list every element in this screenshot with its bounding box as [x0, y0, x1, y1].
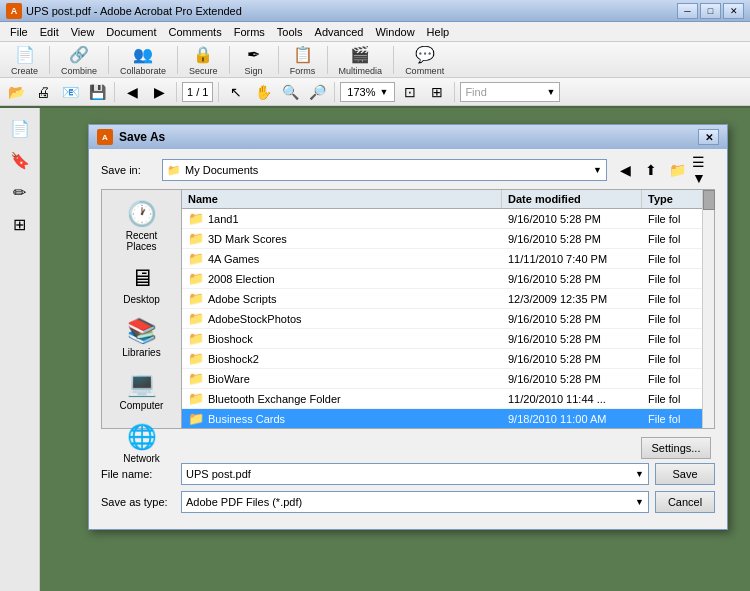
file-cell-date: 9/16/2010 5:28 PM — [502, 271, 642, 287]
menu-document[interactable]: Document — [100, 24, 162, 40]
maximize-button[interactable]: □ — [700, 3, 721, 19]
file-row[interactable]: 📁3D Mark Scores 9/16/2010 5:28 PM File f… — [182, 229, 702, 249]
select-tool[interactable]: ↖ — [224, 81, 248, 103]
go-up-button[interactable]: ⬆ — [639, 159, 663, 181]
file-row[interactable]: 📁2008 Election 9/16/2010 5:28 PM File fo… — [182, 269, 702, 289]
back-button[interactable]: ◀ — [120, 81, 144, 103]
file-cell-type: File fol — [642, 371, 702, 387]
menu-edit[interactable]: Edit — [34, 24, 65, 40]
settings-button[interactable]: Settings... — [641, 437, 711, 459]
folder-icon: 📁 — [188, 211, 204, 226]
email-button[interactable]: 📧 — [58, 81, 82, 103]
filename-input[interactable]: UPS post.pdf ▼ — [181, 463, 649, 485]
secure-button[interactable]: 🔒 Secure — [182, 41, 225, 79]
file-cell-date: 9/16/2010 5:28 PM — [502, 311, 642, 327]
file-row[interactable]: 📁1and1 9/16/2010 5:28 PM File fol — [182, 209, 702, 229]
file-cell-name: 📁Bioshock — [182, 329, 502, 348]
view-button[interactable]: ☰ ▼ — [691, 159, 715, 181]
panel-signatures-button[interactable]: ✏ — [6, 178, 34, 206]
minimize-button[interactable]: ─ — [677, 3, 698, 19]
menu-file[interactable]: File — [4, 24, 34, 40]
folder-icon: 📁 — [188, 331, 204, 346]
go-back-button[interactable]: ◀ — [613, 159, 637, 181]
file-row[interactable]: 📁Adobe Scripts 12/3/2009 12:35 PM File f… — [182, 289, 702, 309]
place-computer-label: Computer — [120, 400, 164, 411]
menu-forms[interactable]: Forms — [228, 24, 271, 40]
zoom-out-button[interactable]: 🔎 — [305, 81, 329, 103]
fit-width-button[interactable]: ⊞ — [425, 81, 449, 103]
new-folder-button[interactable]: 📁 — [665, 159, 689, 181]
file-row[interactable]: 📁Bioshock 9/16/2010 5:28 PM File fol — [182, 329, 702, 349]
zoom-level[interactable]: 173% ▼ — [340, 82, 395, 102]
panel-bookmarks-button[interactable]: 🔖 — [6, 146, 34, 174]
panel-pages-button[interactable]: 📄 — [6, 114, 34, 142]
panel-layers-button[interactable]: ⊞ — [6, 210, 34, 238]
toolbar2-sep-4 — [334, 82, 335, 102]
sign-button[interactable]: ✒ Sign — [234, 41, 274, 79]
close-window-button[interactable]: ✕ — [723, 3, 744, 19]
save-button[interactable]: Save — [655, 463, 715, 485]
save-in-dropdown[interactable]: 📁 My Documents ▼ — [162, 159, 607, 181]
place-desktop-label: Desktop — [123, 294, 160, 305]
file-cell-type: File fol — [642, 391, 702, 407]
scrollbar-thumb[interactable] — [703, 190, 715, 210]
file-row[interactable]: 📁Bluetooth Exchange Folder 11/20/2010 11… — [182, 389, 702, 409]
save-button[interactable]: 💾 — [85, 81, 109, 103]
folder-icon: 📁 — [188, 391, 204, 406]
file-row[interactable]: 📁4A Games 11/11/2010 7:40 PM File fol — [182, 249, 702, 269]
current-page[interactable]: 1 — [187, 86, 193, 98]
open-button[interactable]: 📂 — [4, 81, 28, 103]
file-row-selected[interactable]: 📁Business Cards 9/18/2010 11:00 AM File … — [182, 409, 702, 428]
folder-icon: 📁 — [188, 371, 204, 386]
menu-help[interactable]: Help — [421, 24, 456, 40]
column-name[interactable]: Name — [182, 190, 502, 208]
menu-tools[interactable]: Tools — [271, 24, 309, 40]
title-bar: A UPS post.pdf - Adobe Acrobat Pro Exten… — [0, 0, 750, 22]
place-computer[interactable]: 💻 Computer — [106, 366, 178, 415]
file-cell-date: 12/3/2009 12:35 PM — [502, 291, 642, 307]
file-row[interactable]: 📁Bioshock2 9/16/2010 5:28 PM File fol — [182, 349, 702, 369]
forms-button[interactable]: 📋 Forms — [283, 41, 323, 79]
column-date[interactable]: Date modified — [502, 190, 642, 208]
zoom-dropdown-icon: ▼ — [379, 87, 388, 97]
file-row[interactable]: 📁AdobeStockPhotos 9/16/2010 5:28 PM File… — [182, 309, 702, 329]
hand-tool[interactable]: ✋ — [251, 81, 275, 103]
create-button[interactable]: 📄 Create — [4, 41, 45, 79]
place-desktop[interactable]: 🖥 Desktop — [106, 260, 178, 309]
computer-icon: 💻 — [127, 370, 157, 398]
file-list-container: Name Date modified Type 📁1and1 9/16/2010… — [182, 190, 702, 428]
combine-button[interactable]: 🔗 Combine — [54, 41, 104, 79]
file-row[interactable]: 📁BioWare 9/16/2010 5:28 PM File fol — [182, 369, 702, 389]
zoom-in-button[interactable]: 🔍 — [278, 81, 302, 103]
place-libraries[interactable]: 📚 Libraries — [106, 313, 178, 362]
folder-icon: 📁 — [188, 311, 204, 326]
menu-window[interactable]: Window — [369, 24, 420, 40]
forward-button[interactable]: ▶ — [147, 81, 171, 103]
print-button[interactable]: 🖨 — [31, 81, 55, 103]
forms-icon: 📋 — [292, 44, 314, 66]
column-type[interactable]: Type — [642, 190, 702, 208]
fit-page-button[interactable]: ⊡ — [398, 81, 422, 103]
multimedia-button[interactable]: 🎬 Multimedia — [332, 41, 390, 79]
menu-view[interactable]: View — [65, 24, 101, 40]
menu-comments[interactable]: Comments — [163, 24, 228, 40]
toolbar-separator-3 — [177, 46, 178, 74]
place-network[interactable]: 🌐 Network — [106, 419, 178, 468]
dialog-close-button[interactable]: ✕ — [698, 129, 719, 145]
file-cell-name: 📁2008 Election — [182, 269, 502, 288]
app-icon: A — [6, 3, 22, 19]
find-input-box[interactable]: Find ▼ — [460, 82, 560, 102]
collaborate-button[interactable]: 👥 Collaborate — [113, 41, 173, 79]
cancel-button[interactable]: Cancel — [655, 491, 715, 513]
comment-button[interactable]: 💬 Comment — [398, 41, 451, 79]
scrollbar[interactable] — [702, 190, 714, 428]
file-cell-date: 9/18/2010 11:00 AM — [502, 411, 642, 427]
multimedia-icon: 🎬 — [349, 44, 371, 66]
total-pages: 1 — [202, 86, 208, 98]
file-cell-date: 9/16/2010 5:28 PM — [502, 211, 642, 227]
dialog-app-icon: A — [97, 129, 113, 145]
menu-advanced[interactable]: Advanced — [309, 24, 370, 40]
file-cell-type: File fol — [642, 411, 702, 427]
saveas-type-dropdown[interactable]: Adobe PDF Files (*.pdf) ▼ — [181, 491, 649, 513]
place-recent[interactable]: 🕐 Recent Places — [106, 196, 178, 256]
